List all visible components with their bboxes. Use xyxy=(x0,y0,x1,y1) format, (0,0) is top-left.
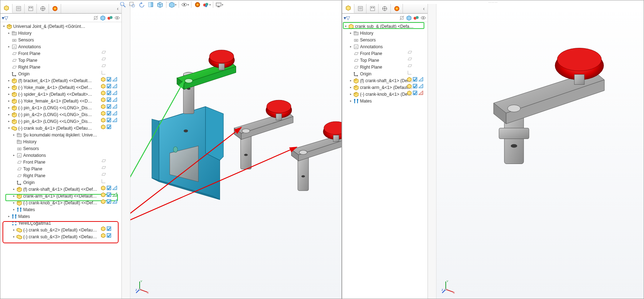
configuration-manager-tab[interactable] xyxy=(25,4,37,13)
hide-show-tree-icon[interactable] xyxy=(399,15,405,21)
feature-tree-left[interactable]: ▾ Universal Joint_& (Default) <Görüntü D… xyxy=(0,22,121,299)
expander-icon[interactable]: ▸ xyxy=(12,194,16,198)
expander-icon[interactable]: ▸ xyxy=(7,79,11,83)
tree-item[interactable]: ▸(-) crank sub_&<2> (Default) <Default_D… xyxy=(1,226,121,233)
expander-icon[interactable]: ▸ xyxy=(7,31,11,35)
expander-icon[interactable]: ▸ xyxy=(7,45,11,49)
apply-scene-icon[interactable]: ▾ xyxy=(203,1,211,9)
tree-item[interactable]: Origin xyxy=(343,70,428,77)
tree-item[interactable]: ▸Mates xyxy=(1,213,121,220)
tree-item[interactable]: Top Plane xyxy=(343,57,428,64)
tree-item[interactable]: Origin xyxy=(1,179,121,186)
property-manager-tab[interactable] xyxy=(13,4,25,13)
graphics-area-right[interactable]: Y X Z xyxy=(436,4,644,299)
zoom-area-icon[interactable] xyxy=(128,1,136,9)
display-manager-tab[interactable] xyxy=(391,4,403,13)
edit-appearance-icon[interactable] xyxy=(194,1,201,9)
tree-item[interactable]: ▸(-) crank sub_&<3> (Default) <Default_D… xyxy=(1,233,121,240)
feature-manager-tab[interactable] xyxy=(342,4,354,13)
tree-item[interactable]: ▸(-) pin_&<3> (LONG) <<LONG>_Display Sta… xyxy=(1,118,121,125)
tree-item[interactable]: Sensors xyxy=(1,145,121,152)
view-pane-icon[interactable] xyxy=(420,15,426,21)
zoom-to-fit-icon[interactable] xyxy=(119,1,127,9)
tree-item[interactable]: History xyxy=(1,138,121,145)
tree-item[interactable]: Front Plane xyxy=(1,50,121,57)
filter-icon[interactable]: ▾▽ xyxy=(2,15,8,21)
tree-item[interactable]: ▸(-) pin_&<1> (LONG) <<LONG>_Display Sta… xyxy=(1,104,121,111)
appearance-pane-icon[interactable] xyxy=(413,15,419,21)
expander-icon[interactable]: ▸ xyxy=(7,113,11,117)
expander-icon[interactable]: ▸ xyxy=(349,79,353,83)
property-manager-tab[interactable] xyxy=(354,4,366,13)
tree-item[interactable]: ▸(-) spider_&<1> (Default) <<Default>_Di… xyxy=(1,91,121,98)
dimxpert-manager-tab[interactable] xyxy=(379,4,391,13)
expander-icon[interactable]: ▾ xyxy=(2,24,6,29)
tree-item[interactable]: Top Plane xyxy=(1,165,121,172)
tree-root[interactable]: ▾ crank sub_& (Default) <Default_Displa xyxy=(343,23,428,30)
feature-tree-right[interactable]: ▾ crank sub_& (Default) <Default_Displa … xyxy=(342,22,428,299)
tree-item[interactable]: ▸Şu konumdaki montaj ilişkileri: Univers… xyxy=(1,131,121,138)
collapse-panel[interactable]: ‹ xyxy=(403,4,428,13)
expander-icon[interactable]: ▸ xyxy=(12,208,16,212)
tree-item[interactable]: ▸(-) Yoke_male_&<1> (Default) <<Default>… xyxy=(1,84,121,91)
display-manager-tab[interactable] xyxy=(49,4,61,13)
expander-icon[interactable]: ▸ xyxy=(12,133,16,137)
tree-item[interactable]: ▸crank-arm_&<1> (Default) <<Default>_Dis xyxy=(1,193,121,199)
dimxpert-manager-tab[interactable] xyxy=(37,4,49,13)
tree-item[interactable]: ▸crank-arm_&<1> (Default) <<Def xyxy=(343,84,428,91)
tree-item[interactable]: ▸AAnnotations xyxy=(1,152,121,159)
tree-item[interactable]: ▸History xyxy=(343,30,428,36)
grip-handle[interactable]: ⋯⋯⋯ xyxy=(342,0,644,4)
expander-icon[interactable]: ▸ xyxy=(12,187,16,191)
tree-item[interactable]: ▸(f) crank-shaft_&<1> (Default) << xyxy=(343,77,428,84)
tree-root[interactable]: ▾ Universal Joint_& (Default) <Görüntü D… xyxy=(1,23,121,30)
appearance-pane-icon[interactable] xyxy=(107,15,113,21)
tree-item[interactable]: Front Plane xyxy=(343,50,428,57)
tree-item[interactable]: ▸AAnnotations xyxy=(343,43,428,50)
expander-icon[interactable]: ▾ xyxy=(7,126,11,130)
tree-item[interactable]: ▸(-) Yoke_female_&<1> (Default) <<Defaul… xyxy=(1,98,121,104)
tree-item[interactable]: Right Plane xyxy=(1,64,121,70)
view-pane-icon[interactable] xyxy=(114,15,120,21)
tree-item[interactable]: YerelLÇoğaltma1 xyxy=(1,220,121,226)
expander-icon[interactable]: ▸ xyxy=(349,85,353,90)
tree-item[interactable]: ▸(f) crank-shaft_&<1> (Default) <<Defaul… xyxy=(1,186,121,193)
graphics-area-left[interactable]: Y X Z xyxy=(130,4,341,299)
tree-item[interactable]: Right Plane xyxy=(343,64,428,70)
hide-show-tree-icon[interactable] xyxy=(93,15,99,21)
expander-icon[interactable]: ▸ xyxy=(7,85,11,90)
tree-item[interactable]: ▾(-) crank sub_&<1> (Default) <Default_D… xyxy=(1,125,121,131)
view-settings-icon[interactable]: ▾ xyxy=(215,1,223,9)
display-style-icon[interactable]: ▾ xyxy=(169,1,176,9)
view-orientation-icon[interactable] xyxy=(156,1,164,9)
display-pane-cube-icon[interactable] xyxy=(406,15,412,21)
expander-icon[interactable]: ▸ xyxy=(349,31,353,35)
expander-icon[interactable]: ▾ xyxy=(344,24,348,29)
prev-view-icon[interactable] xyxy=(138,1,145,9)
display-pane-cube-icon[interactable] xyxy=(100,15,106,21)
section-view-icon[interactable] xyxy=(147,1,155,9)
tree-item[interactable]: Front Plane xyxy=(1,159,121,165)
expander-icon[interactable]: ▸ xyxy=(12,228,16,232)
tree-item[interactable]: Sensors xyxy=(1,36,121,43)
hide-show-icon[interactable]: ▾ xyxy=(181,1,189,9)
expander-icon[interactable]: ▸ xyxy=(7,106,11,110)
tree-item[interactable]: Top Plane xyxy=(1,57,121,64)
feature-manager-tab[interactable] xyxy=(0,4,13,13)
tree-item[interactable]: Sensors xyxy=(343,36,428,43)
expander-icon[interactable]: ▸ xyxy=(349,99,353,103)
collapse-panel[interactable]: ‹ xyxy=(61,4,121,13)
expander-icon[interactable]: ▸ xyxy=(12,235,16,239)
tree-item[interactable]: Origin xyxy=(1,70,121,77)
expander-icon[interactable]: ▸ xyxy=(7,214,11,219)
filter-icon[interactable]: ▾▽ xyxy=(344,15,350,21)
expander-icon[interactable]: ▸ xyxy=(7,92,11,96)
expander-icon[interactable]: ▸ xyxy=(7,119,11,124)
tree-item[interactable]: ▸(-) crank-knob_&<1> (Default) <<Default… xyxy=(1,199,121,206)
tree-item[interactable]: ▸Mates xyxy=(343,98,428,104)
expander-icon[interactable]: ▸ xyxy=(349,45,353,49)
expander-icon[interactable]: ▸ xyxy=(12,153,16,158)
expander-icon[interactable]: ▸ xyxy=(7,99,11,103)
tree-item[interactable]: ▸(f) bracket_&<1> (Default) <<Default>_D… xyxy=(1,77,121,84)
tree-item[interactable]: ▸AAnnotations xyxy=(1,43,121,50)
